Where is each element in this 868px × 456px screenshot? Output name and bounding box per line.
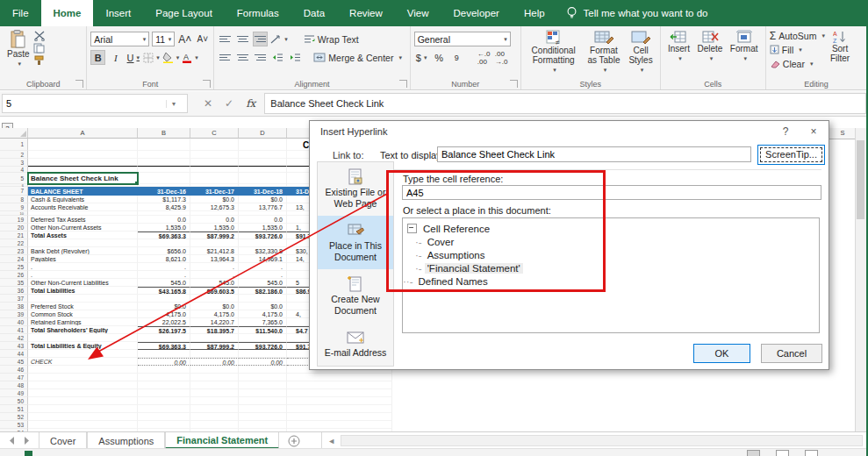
cell-C47[interactable] [190, 374, 239, 381]
text-to-display-input[interactable] [437, 146, 751, 162]
merge-center-button[interactable]: Merge & Center▾ [313, 50, 402, 65]
page-break-view-button[interactable] [805, 450, 818, 456]
row-header-3[interactable]: 3 [0, 159, 28, 167]
dialog-title-bar[interactable]: Insert Hyperlink ? × [310, 121, 829, 142]
cell-B4[interactable] [138, 167, 190, 173]
cell-styles-button[interactable]: Cell Styles▾ [625, 29, 656, 75]
cell-A21[interactable]: Total Assets [28, 232, 138, 239]
cell-C20[interactable]: 1,535.0 [190, 224, 239, 232]
row-header-21[interactable]: 21 [0, 232, 28, 239]
row-header-42[interactable]: 42 [0, 334, 28, 342]
cell-B46[interactable] [138, 366, 190, 374]
cell-C48[interactable] [190, 381, 239, 389]
cell-B51[interactable] [138, 405, 190, 413]
cell-D45[interactable]: 0.00 [239, 358, 287, 366]
column-header-right[interactable]: S [828, 128, 857, 139]
cell-D3[interactable] [239, 159, 287, 167]
cell-D53[interactable] [239, 421, 287, 429]
number-dialog-launcher[interactable] [510, 80, 518, 88]
name-box[interactable]: ▾ [2, 94, 188, 113]
accounting-format-button[interactable]: $▾ [414, 50, 429, 65]
ribbon-tab-file[interactable]: File [0, 0, 41, 26]
font-size-combo[interactable]: 11▾ [152, 32, 175, 46]
cell-D48[interactable] [239, 381, 287, 389]
cell-A26[interactable]: . [28, 271, 138, 279]
document-place-tree[interactable]: Cell Reference·-Cover·-Assumptions·-'Fin… [402, 217, 820, 333]
cell-A3[interactable] [28, 159, 138, 167]
borders-button[interactable]: ▾ [143, 50, 160, 65]
cell-B53[interactable] [138, 421, 190, 429]
clear-button[interactable]: Clear▾ [770, 57, 825, 70]
cell-C38[interactable]: $0.0 [190, 303, 239, 310]
cell-A4[interactable] [28, 167, 138, 173]
cell-B52[interactable] [138, 413, 190, 421]
cell-reference-input[interactable] [402, 185, 821, 200]
cell-A5[interactable]: Balance Sheet Check Link [28, 173, 138, 184]
ribbon-tab-insert[interactable]: Insert [93, 0, 143, 26]
row-header-35[interactable]: 35 [0, 279, 28, 287]
tree-item-assumptions[interactable]: ·-Assumptions [415, 248, 819, 261]
cell-A52[interactable] [28, 413, 138, 421]
cell-C21[interactable]: $87,999.2 [190, 232, 239, 239]
cell-E52[interactable] [287, 413, 392, 421]
cell-D9[interactable]: 13,776.7 [239, 203, 287, 211]
cell-E48[interactable] [287, 381, 392, 389]
cell-A36[interactable]: Total Liabilities [28, 287, 138, 295]
cell-D41[interactable]: $11,540.0 [239, 326, 287, 334]
cell-C3[interactable] [190, 159, 239, 167]
cell-B43[interactable]: $69,363.3 [138, 342, 190, 350]
cell-A44[interactable] [28, 350, 138, 358]
ribbon-tab-home[interactable]: Home [41, 0, 94, 26]
cell-D42[interactable] [239, 334, 287, 342]
row-header-52[interactable]: 52 [0, 413, 28, 421]
row-header-2[interactable]: 2 [0, 151, 28, 159]
increase-indent-button[interactable] [288, 50, 303, 65]
cell-D50[interactable] [239, 397, 287, 405]
row-header-37[interactable]: 37 [0, 295, 28, 303]
row-header-47[interactable]: 47 [0, 374, 28, 381]
align-middle-button[interactable] [235, 32, 250, 46]
cell-C41[interactable]: $18,395.7 [190, 326, 239, 334]
cell-C49[interactable] [190, 389, 239, 397]
cell-D39[interactable]: 4,175.0 [239, 310, 287, 318]
cell-D5[interactable] [239, 173, 287, 184]
row-header-51[interactable]: 51 [0, 405, 28, 413]
cell-B19[interactable]: 0.0 [138, 216, 190, 224]
copy-icon[interactable] [33, 43, 47, 53]
name-box-input[interactable] [3, 97, 166, 110]
row-header-50[interactable]: 50 [0, 397, 28, 405]
cell-C36[interactable]: $69,603.5 [190, 287, 239, 295]
cell-D26[interactable]: . [239, 271, 287, 279]
insert-cells-button[interactable]: Insert▾ [664, 29, 693, 64]
page-layout-view-button[interactable] [776, 450, 789, 456]
font-name-combo[interactable]: Arial▾ [90, 32, 149, 46]
cell-A42[interactable] [28, 334, 138, 342]
ribbon-tab-review[interactable]: Review [337, 0, 395, 26]
cell-D43[interactable]: $93,726.0 [239, 342, 287, 350]
row-header-22[interactable]: 22 [0, 239, 28, 247]
link-to-existing-file-or-web-page[interactable]: Existing File or Web Page [318, 162, 393, 216]
cell-D46[interactable] [239, 366, 287, 374]
cell-C1[interactable] [190, 139, 239, 151]
italic-button[interactable]: I [108, 50, 123, 65]
cell-C52[interactable] [190, 413, 239, 421]
cell-A48[interactable] [28, 381, 138, 389]
row-header-46[interactable]: 46 [0, 366, 28, 374]
cell-C26[interactable]: . [190, 271, 239, 279]
row-header-36[interactable]: 36 [0, 287, 28, 295]
link-to-place-in-this-document[interactable]: Place in This Document [318, 216, 393, 269]
row-header-40[interactable]: 40 [0, 318, 28, 326]
cell-D47[interactable] [239, 374, 287, 381]
sheet-nav-left-icon[interactable] [9, 437, 15, 445]
cell-E53[interactable] [287, 421, 392, 429]
cell-A23[interactable]: Bank Debt (Revolver) [28, 247, 138, 255]
wrap-text-button[interactable]: Wrap Text [304, 32, 359, 46]
cell-B7[interactable]: 31-Dec-16 [138, 187, 190, 196]
orientation-button[interactable]: ▾ [270, 32, 288, 46]
cell-B3[interactable] [138, 159, 190, 167]
row-header-7[interactable]: 7 [0, 187, 28, 196]
tree-item-cover[interactable]: ·-Cover [415, 235, 819, 248]
cell-B5[interactable] [138, 173, 190, 184]
cell-B50[interactable] [138, 397, 190, 405]
alignment-dialog-launcher[interactable] [399, 80, 407, 88]
